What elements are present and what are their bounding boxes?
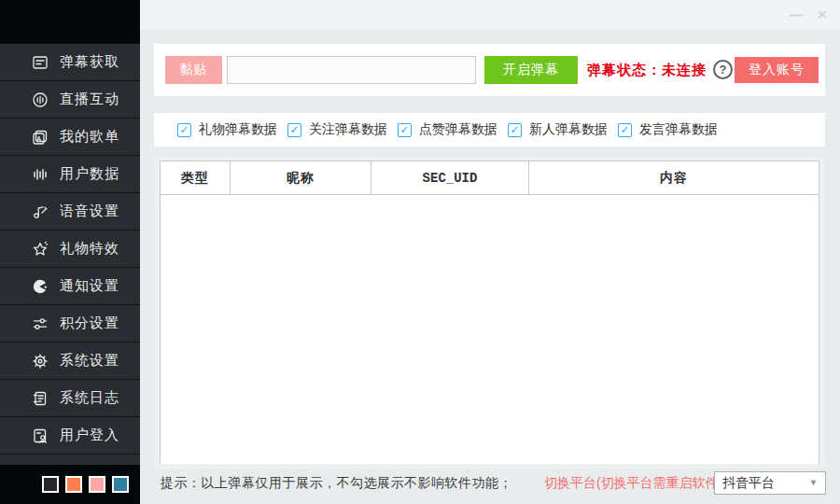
- theme-swatch-orange[interactable]: [65, 476, 82, 493]
- close-button[interactable]: ✕: [810, 0, 834, 30]
- sidebar-item-label: 系统设置: [60, 352, 119, 370]
- danmaku-table-container: 类型 昵称 SEC_UID 内容: [154, 157, 825, 469]
- login-account-button[interactable]: 登入账号: [735, 57, 819, 83]
- playlist-icon: A: [31, 128, 49, 147]
- filter-label: 发言弹幕数据: [639, 121, 718, 138]
- filter-label: 关注弹幕数据: [309, 121, 387, 138]
- sidebar-item-label: 弹幕获取: [60, 53, 119, 71]
- sidebar-item-notification-settings[interactable]: 通知设置: [0, 268, 140, 305]
- titlebar: — ✕: [140, 0, 840, 30]
- sidebar-item-voice-settings[interactable]: 语音设置: [0, 193, 140, 231]
- sidebar-item-system-settings[interactable]: 系统设置: [0, 343, 140, 380]
- sidebar-item-live-interaction[interactable]: 直播互动: [0, 81, 140, 119]
- column-header-type: 类型: [161, 161, 231, 194]
- filter-like-danmaku[interactable]: ✓ 点赞弹幕数据: [398, 113, 497, 147]
- points-settings-icon: [31, 315, 49, 333]
- footer-tip-text: 提示：以上弹幕仅用于展示，不勾选展示不影响软件功能；: [161, 475, 512, 492]
- sidebar-item-danmaku-capture[interactable]: 弹幕获取: [0, 44, 140, 81]
- paste-button[interactable]: 黏贴: [165, 56, 222, 84]
- filter-follow-danmaku[interactable]: ✓ 关注弹幕数据: [287, 113, 387, 147]
- danmaku-list-icon: [31, 53, 49, 72]
- theme-swatch-teal[interactable]: [112, 476, 129, 493]
- filter-gift-danmaku[interactable]: ✓ 礼物弹幕数据: [177, 113, 277, 147]
- notification-settings-icon: [31, 277, 49, 296]
- filter-chat-danmaku[interactable]: ✓ 发言弹幕数据: [618, 113, 718, 147]
- sidebar-item-label: 用户数据: [60, 165, 119, 183]
- status-label: 弹幕状态：: [587, 62, 662, 77]
- sidebar: 弹幕获取 直播互动 A 我的歌单: [0, 0, 140, 504]
- column-header-nickname: 昵称: [231, 161, 371, 194]
- theme-swatch-pink[interactable]: [89, 476, 105, 493]
- checkbox-checked-icon[interactable]: ✓: [177, 123, 191, 137]
- user-login-icon: [31, 427, 49, 445]
- status-value: 未连接: [662, 62, 707, 77]
- sidebar-item-my-playlist[interactable]: A 我的歌单: [0, 119, 140, 156]
- filter-label: 新人弹幕数据: [529, 121, 608, 138]
- table-header-row: 类型 昵称 SEC_UID 内容: [161, 161, 819, 195]
- sidebar-item-user-login[interactable]: 用户登入: [0, 417, 140, 455]
- table-body-empty: [161, 195, 819, 464]
- minimize-button[interactable]: —: [784, 0, 808, 30]
- sidebar-item-label: 礼物特效: [60, 240, 119, 258]
- live-interaction-icon: [31, 91, 49, 109]
- checkbox-checked-icon[interactable]: ✓: [508, 123, 522, 137]
- system-log-icon: [31, 389, 49, 408]
- toolbar-panel: 黏贴 开启弹幕 弹幕状态：未连接 ? 登入账号: [154, 44, 825, 96]
- start-danmaku-button[interactable]: 开启弹幕: [484, 56, 578, 84]
- platform-select-value: 抖音平台: [722, 472, 775, 494]
- sidebar-item-label: 通知设置: [60, 277, 119, 295]
- theme-swatch-bar: [0, 465, 140, 504]
- checkbox-checked-icon[interactable]: ✓: [398, 123, 412, 137]
- sidebar-item-system-log[interactable]: 系统日志: [0, 380, 140, 417]
- sidebar-header: [0, 0, 140, 44]
- column-header-content: 内容: [529, 161, 819, 194]
- filter-newcomer-danmaku[interactable]: ✓ 新人弹幕数据: [508, 113, 608, 147]
- filters-panel: ✓ 礼物弹幕数据 ✓ 关注弹幕数据 ✓ 点赞弹幕数据 ✓ 新人弹幕数据 ✓ 发言…: [154, 113, 825, 147]
- room-url-input[interactable]: [227, 56, 476, 84]
- sidebar-item-gift-effects[interactable]: 礼物特效: [0, 231, 140, 268]
- gear-icon: [31, 352, 49, 371]
- column-header-sec-uid: SEC_UID: [371, 161, 529, 194]
- filter-label: 点赞弹幕数据: [419, 121, 497, 138]
- sidebar-item-label: 积分设置: [60, 315, 119, 332]
- switch-platform-link[interactable]: 切换平台(切换平台需重启软件): [544, 475, 722, 492]
- svg-text:A: A: [36, 135, 41, 142]
- theme-swatch-dark[interactable]: [42, 476, 59, 493]
- danmaku-table: 类型 昵称 SEC_UID 内容: [160, 161, 819, 464]
- sidebar-item-label: 直播互动: [60, 91, 119, 108]
- sidebar-item-label: 语音设置: [60, 203, 119, 220]
- checkbox-checked-icon[interactable]: ✓: [287, 123, 301, 137]
- chevron-down-icon: ▼: [809, 472, 818, 494]
- voice-settings-icon: [31, 203, 49, 221]
- help-icon[interactable]: ?: [713, 60, 733, 79]
- sidebar-menu: 弹幕获取 直播互动 A 我的歌单: [0, 44, 140, 455]
- filter-label: 礼物弹幕数据: [199, 121, 277, 138]
- sidebar-item-label: 用户登入: [60, 427, 119, 444]
- sidebar-item-user-data[interactable]: 用户数据: [0, 156, 140, 193]
- platform-select[interactable]: 抖音平台 ▼: [714, 471, 826, 495]
- user-data-icon: [31, 165, 49, 184]
- gift-effects-icon: [31, 240, 49, 259]
- app-window: — ✕ 弹幕获取 直播互动: [0, 0, 840, 504]
- checkbox-checked-icon[interactable]: ✓: [618, 123, 632, 137]
- sidebar-item-label: 系统日志: [60, 389, 119, 407]
- sidebar-item-points-settings[interactable]: 积分设置: [0, 305, 140, 343]
- danmaku-status: 弹幕状态：未连接: [587, 56, 707, 84]
- sidebar-item-label: 我的歌单: [60, 128, 119, 146]
